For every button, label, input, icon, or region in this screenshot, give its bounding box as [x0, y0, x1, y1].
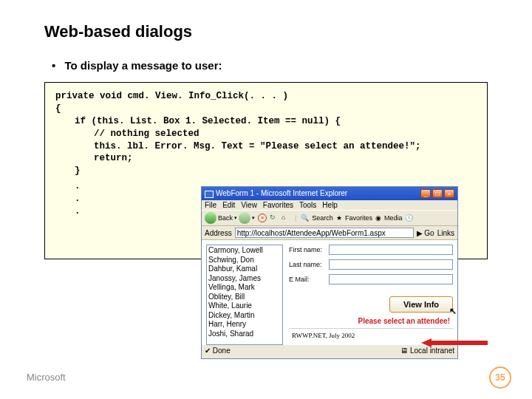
menu-tools[interactable]: Tools: [299, 201, 316, 209]
list-item[interactable]: Schwing, Don: [208, 256, 281, 265]
go-button[interactable]: ▶ Go: [417, 229, 434, 237]
code-line: {: [55, 103, 477, 115]
toolbar: Back ▾ ▾ × ↻ ⌂ | 🔍Search ★Favorites ◉Med…: [202, 210, 457, 226]
error-message: Please select an attendee!: [289, 313, 453, 325]
list-item[interactable]: Oblitey, Bill: [208, 293, 281, 302]
first-name-label: First name:: [289, 246, 329, 253]
menu-edit[interactable]: Edit: [222, 201, 235, 209]
close-button[interactable]: ×: [444, 189, 454, 198]
back-label[interactable]: Back: [218, 214, 233, 222]
menu-help[interactable]: Help: [322, 201, 338, 209]
page-number: 35: [489, 366, 511, 389]
code-line: return;: [55, 152, 477, 165]
search-icon[interactable]: 🔍: [301, 214, 309, 222]
footer-logo: Microsoft: [27, 372, 66, 383]
media-label[interactable]: Media: [384, 214, 403, 222]
refresh-icon[interactable]: ↻: [270, 214, 279, 222]
list-item[interactable]: Carmony, Lowell: [208, 246, 281, 256]
cursor-icon: ↖: [449, 306, 457, 316]
browser-window: WebForm 1 - Microsoft Internet Explorer …: [201, 186, 458, 359]
code-line: if (this. List. Box 1. Selected. Item ==…: [55, 115, 477, 128]
favorites-label[interactable]: Favorites: [345, 214, 372, 222]
list-item[interactable]: Dickey, Martin: [208, 311, 281, 321]
list-item[interactable]: Dahbur, Kamal: [208, 265, 281, 274]
home-icon[interactable]: ⌂: [282, 214, 290, 222]
status-zone: 🖥 Local intranet: [400, 347, 454, 355]
code-line: }: [55, 165, 477, 177]
code-line: private void cmd. View. Info_Click(. . .…: [55, 90, 477, 103]
menu-view[interactable]: View: [241, 201, 257, 209]
minimize-button[interactable]: _: [420, 189, 431, 198]
search-label[interactable]: Search: [312, 214, 333, 222]
email-field[interactable]: [329, 274, 453, 284]
media-icon[interactable]: ◉: [375, 214, 381, 222]
links-label[interactable]: Links: [437, 229, 454, 237]
history-icon[interactable]: 🕓: [405, 214, 413, 222]
browser-titlebar: WebForm 1 - Microsoft Internet Explorer …: [202, 187, 457, 200]
list-item[interactable]: Janossy, James: [208, 274, 281, 284]
list-item[interactable]: Vellinga, Mark: [208, 283, 281, 293]
page-content: Carmony, Lowell Schwing, Don Dahbur, Kam…: [202, 240, 457, 344]
list-item[interactable]: Harr, Henry: [208, 320, 281, 330]
last-name-field[interactable]: [329, 259, 453, 270]
slide-bullet: To display a message to user:: [64, 59, 495, 72]
stop-icon[interactable]: ×: [258, 214, 267, 222]
email-label: E Mail:: [289, 276, 329, 283]
menu-file[interactable]: File: [205, 201, 216, 209]
browser-title: WebForm 1 - Microsoft Internet Explorer: [205, 189, 347, 197]
addressbar: Address ▶ Go Links: [202, 226, 457, 240]
view-info-button[interactable]: View Info↖: [389, 296, 453, 313]
code-line: this. lbl. Error. Msg. Text = "Please se…: [55, 140, 477, 153]
slide-title: Web-based dialogs: [44, 22, 495, 41]
favorites-icon[interactable]: ★: [336, 214, 342, 222]
statusbar: ✔ Done 🖥 Local intranet: [202, 344, 457, 356]
first-name-field[interactable]: [329, 245, 453, 255]
menubar: File Edit View Favorites Tools Help: [202, 200, 457, 210]
list-item[interactable]: White, Laurie: [208, 301, 281, 311]
list-item[interactable]: Joshi, Sharad: [208, 330, 281, 339]
code-line: // nothing selected: [55, 128, 477, 140]
address-label: Address: [205, 229, 232, 237]
menu-favorites[interactable]: Favorites: [263, 201, 293, 209]
attendee-listbox[interactable]: Carmony, Lowell Schwing, Don Dahbur, Kam…: [206, 245, 283, 345]
back-icon[interactable]: [205, 212, 216, 224]
maximize-button[interactable]: □: [432, 189, 443, 198]
status-done: ✔ Done: [205, 347, 231, 355]
address-input[interactable]: [235, 228, 414, 238]
last-name-label: Last name:: [289, 261, 329, 268]
forward-icon[interactable]: [239, 212, 250, 224]
footer-caption: RWWP.NET, July 2002: [289, 328, 453, 339]
form: First name: Last name: E Mail: View Info…: [289, 245, 453, 340]
